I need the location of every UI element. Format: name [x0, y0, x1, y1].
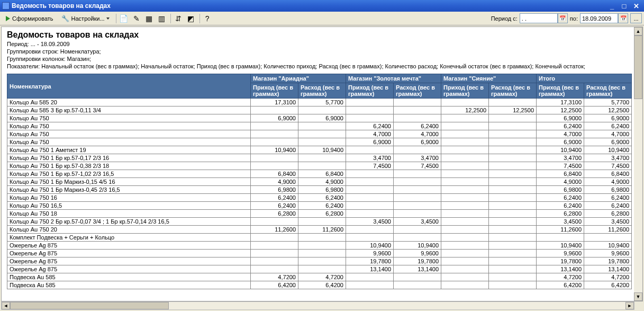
- cell-value: [441, 99, 489, 106]
- cell-value: [298, 257, 346, 265]
- chevron-down-icon: [106, 17, 110, 20]
- tool-icon-5[interactable]: ⇵: [173, 13, 184, 24]
- table-row[interactable]: Комплект Подвеска + Серьги + Кольцо: [7, 234, 632, 242]
- table-row[interactable]: Кольцо Au 750 186,28006,28006,28006,2800: [7, 210, 632, 218]
- scroll-thumb[interactable]: [634, 35, 642, 99]
- cell-value: 6,9000: [251, 114, 298, 122]
- cell-value: [346, 146, 394, 154]
- scroll-up-button[interactable]: ▲: [634, 27, 642, 35]
- cell-value: [394, 210, 441, 218]
- table-row[interactable]: Ожерелье Ag 87513,140013,140013,140013,1…: [7, 265, 632, 273]
- period-to-calendar-button[interactable]: 📅: [618, 13, 628, 23]
- cell-nomenclature: Кольцо Au 750 1 Бр Маркиз-0,15 4/5 16: [7, 178, 251, 186]
- help-icon[interactable]: ?: [202, 13, 213, 24]
- tool-icon-4[interactable]: ▥: [156, 13, 168, 24]
- table-row[interactable]: Кольцо Au 7506,90006,90006,90006,9000: [7, 114, 632, 122]
- cell-value: 4,7000: [394, 130, 441, 138]
- scroll-down-button[interactable]: ▼: [634, 292, 642, 301]
- cell-value: [489, 122, 537, 130]
- tool-icon-3[interactable]: ▦: [143, 13, 155, 24]
- col-sub-out: Расход (вес в граммах): [394, 83, 441, 99]
- table-row[interactable]: Кольцо Au 7506,90006,90006,90006,9000: [7, 138, 632, 146]
- cell-value: [394, 106, 441, 114]
- table-row[interactable]: Кольцо Au 750 1 Бр кр.57-0,17 2/3 163,47…: [7, 154, 632, 162]
- tool-icon-2[interactable]: ✎: [131, 13, 142, 24]
- cell-value: 6,9800: [584, 186, 632, 194]
- cell-value: 13,1400: [584, 265, 632, 273]
- table-row[interactable]: Кольцо Au 750 1 Бр кр.57-1,02 2/3 16,56,…: [7, 170, 632, 178]
- cell-value: 9,9600: [394, 250, 441, 257]
- cell-value: [346, 226, 394, 234]
- table-row[interactable]: Ожерелье Ag 87519,780019,780019,780019,7…: [7, 257, 632, 265]
- table-row[interactable]: Кольцо Au 750 1 Бр Маркиз-0,15 4/5 164,9…: [7, 178, 632, 186]
- table-row[interactable]: Ожерелье Ag 87510,940010,940010,940010,9…: [7, 242, 632, 250]
- cell-value: 12,2500: [584, 106, 632, 114]
- table-row[interactable]: Кольцо Au 7504,70004,70004,70004,7000: [7, 130, 632, 138]
- col-group-0: Магазин "Ариадна": [251, 74, 346, 83]
- table-row[interactable]: Кольцо Au 750 16,56,24006,24006,24006,24…: [7, 202, 632, 210]
- report-scroll-area[interactable]: Ведомость товаров на складах Период: ...…: [2, 27, 642, 301]
- cell-value: [489, 250, 537, 257]
- resize-grip[interactable]: [634, 301, 643, 310]
- cell-value: [298, 250, 346, 257]
- generate-label: Сформировать: [12, 15, 53, 22]
- cell-value: [441, 202, 489, 210]
- table-row[interactable]: Кольцо Au 750 1 Бр кр.57-0,38 2/3 187,45…: [7, 162, 632, 170]
- cell-value: [441, 138, 489, 146]
- cell-nomenclature: Ожерелье Ag 875: [7, 242, 251, 250]
- table-row[interactable]: Кольцо Au 585 3 Бр кр.57-0,11 3/412,2500…: [7, 106, 632, 114]
- scroll-track[interactable]: [634, 35, 642, 292]
- table-row[interactable]: Кольцо Au 585 2017,31005,770017,31005,77…: [7, 99, 632, 106]
- maximize-button[interactable]: □: [619, 1, 630, 11]
- cell-value: 6,9000: [537, 114, 584, 122]
- cell-value: 6,2800: [537, 210, 584, 218]
- table-row[interactable]: Кольцо Au 750 2 Бр кр.57-0,07 3/4 ; 1 Бр…: [7, 218, 632, 226]
- period-from-calendar-button[interactable]: 📅: [558, 13, 568, 23]
- cell-value: [489, 273, 537, 281]
- period-to-label: по:: [570, 15, 578, 22]
- cell-nomenclature: Кольцо Au 750 2 Бр кр.57-0,07 3/4 ; 1 Бр…: [7, 218, 251, 226]
- cell-value: [489, 265, 537, 273]
- cell-value: [346, 202, 394, 210]
- cell-value: [584, 234, 632, 242]
- scroll-left-button[interactable]: ◄: [2, 302, 10, 309]
- scroll-right-button[interactable]: ►: [625, 302, 634, 309]
- cell-value: 13,1400: [394, 265, 441, 273]
- cell-value: [441, 146, 489, 154]
- table-row[interactable]: Кольцо Au 750 1 Аметист 1910,940010,9400…: [7, 146, 632, 154]
- period-ellipsis-button[interactable]: ...: [630, 13, 642, 23]
- cell-value: [441, 242, 489, 250]
- table-row[interactable]: Кольцо Au 7506,24006,24006,24006,2400: [7, 122, 632, 130]
- cell-value: [251, 242, 298, 250]
- close-button[interactable]: ✕: [631, 1, 642, 11]
- cell-value: 6,9000: [584, 114, 632, 122]
- table-row[interactable]: Подвеска Au 5854,72004,72004,72004,7200: [7, 273, 632, 281]
- tool-icon-6[interactable]: ◩: [185, 13, 197, 24]
- cell-value: [489, 146, 537, 154]
- cell-nomenclature: Подвеска Au 585: [7, 281, 251, 289]
- cell-value: [489, 210, 537, 218]
- generate-button[interactable]: Сформировать: [2, 13, 57, 24]
- cell-nomenclature: Кольцо Au 750 1 Аметист 19: [7, 146, 251, 154]
- table-row[interactable]: Подвеска Au 5856,42006,42006,42006,4200: [7, 281, 632, 289]
- settings-button[interactable]: 🔧 Настройки...: [58, 13, 113, 24]
- cell-value: 19,7800: [346, 257, 394, 265]
- separator: [199, 14, 200, 23]
- cell-value: [346, 186, 394, 194]
- table-row[interactable]: Кольцо Au 750 166,24006,24006,24006,2400: [7, 194, 632, 202]
- hscroll-thumb[interactable]: [10, 302, 169, 309]
- period-from-input[interactable]: [520, 13, 558, 23]
- vertical-scrollbar[interactable]: ▲ ▼: [634, 27, 642, 301]
- minimize-button[interactable]: _: [606, 1, 618, 11]
- cell-value: [394, 99, 441, 106]
- horizontal-scrollbar[interactable]: ◄ ►: [1, 301, 643, 310]
- cell-value: 6,8400: [584, 170, 632, 178]
- table-row[interactable]: Ожерелье Ag 8759,96009,96009,96009,9600: [7, 250, 632, 257]
- cell-value: [489, 226, 537, 234]
- period-to-input[interactable]: [580, 13, 618, 23]
- tool-icon-1[interactable]: 📄: [118, 13, 130, 24]
- table-row[interactable]: Кольцо Au 750 2011,260011,260011,260011,…: [7, 226, 632, 234]
- cell-value: 19,7800: [537, 257, 584, 265]
- cell-value: 13,1400: [537, 265, 584, 273]
- table-row[interactable]: Кольцо Au 750 1 Бр Маркиз-0,45 2/3 16,56…: [7, 186, 632, 194]
